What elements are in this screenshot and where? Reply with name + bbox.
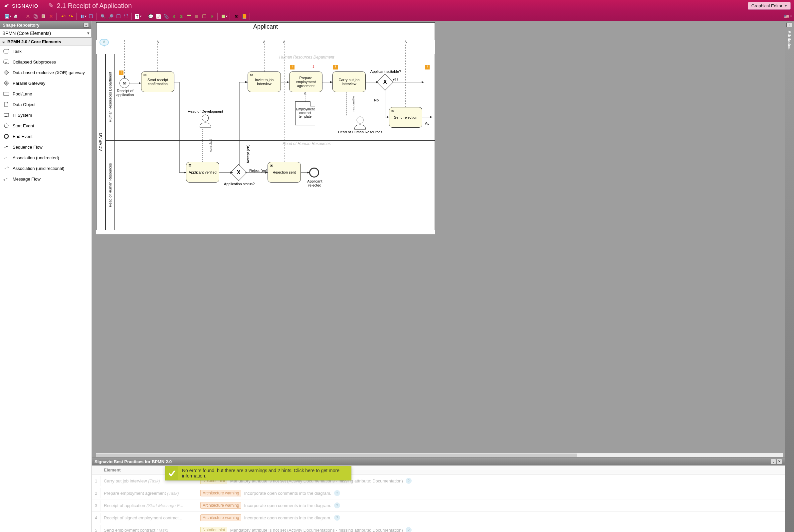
shape-data-object[interactable]: Data Object: [0, 99, 92, 110]
mail-button[interactable]: ✉: [233, 13, 240, 20]
document-title[interactable]: 2.1 Receipt of Application: [57, 2, 132, 10]
lane-head-hr[interactable]: Head of Human Resources: [106, 140, 115, 230]
help-icon[interactable]: ?: [334, 502, 340, 508]
font-icon: T: [135, 14, 139, 19]
close-panel-button[interactable]: ✕: [777, 459, 782, 464]
scrollbar-thumb[interactable]: [96, 454, 577, 457]
editor-mode-label: Graphical Editor: [752, 3, 782, 8]
list-button[interactable]: [193, 13, 200, 20]
attachment-button[interactable]: 📎: [163, 13, 169, 20]
start-event-receipt[interactable]: ✉: [119, 78, 129, 88]
help-icon[interactable]: ?: [334, 515, 340, 521]
delete-button[interactable]: ✕: [48, 13, 54, 20]
zoom-in-button[interactable]: 🔍: [100, 13, 107, 20]
task-label: Invite to job interview: [249, 78, 279, 86]
grid-button-1[interactable]: [186, 13, 192, 20]
expand-attributes-button[interactable]: «: [786, 23, 792, 27]
warning-badge[interactable]: !: [425, 65, 430, 70]
shape-pool-lane[interactable]: Pool/Lane: [0, 89, 92, 99]
language-dropdown[interactable]: 🇺🇸: [785, 13, 791, 20]
grid-button-2[interactable]: [201, 13, 208, 20]
shape-collapsed-subprocess[interactable]: Collapsed Subprocess: [0, 57, 92, 67]
print-button[interactable]: [12, 13, 19, 20]
collapse-sidebar-button[interactable]: «: [84, 23, 89, 27]
shape-label: Sequence Flow: [13, 145, 42, 150]
validation-panel-title: Signavio Best Practices for BPMN 2.0: [94, 459, 172, 464]
participant-pool-applicant[interactable]: Applicant: [96, 22, 435, 40]
task-prepare-agreement[interactable]: Prepare employment agreement: [289, 72, 322, 92]
save-dropdown-button[interactable]: [5, 13, 11, 20]
validation-status-banner[interactable]: No errors found, but there are 3 warning…: [165, 466, 351, 480]
cut-button[interactable]: [25, 13, 31, 20]
task-send-confirmation[interactable]: ✉Send receipt confirmation: [141, 72, 174, 92]
shape-association-unidirectional-[interactable]: Association (unidirectional): [0, 163, 92, 174]
format-button[interactable]: [88, 13, 94, 20]
canvas-scroll-area[interactable]: 8 Applicant ACME AG Human Resources Depa…: [92, 21, 785, 457]
copy-button[interactable]: [32, 13, 39, 20]
zoom-fit-button[interactable]: [115, 13, 122, 20]
shape-start-event[interactable]: Start Event: [0, 120, 92, 131]
end-event-rejected[interactable]: [309, 168, 319, 177]
row-msg-text: Incorporate open comments into the diagr…: [244, 491, 331, 496]
paste-button[interactable]: [40, 13, 47, 20]
warning-badge[interactable]: !: [333, 65, 338, 70]
dictionary-dropdown-button[interactable]: [221, 13, 228, 20]
undo-button[interactable]: ↶: [60, 13, 67, 20]
data-object-template[interactable]: Employment contract template: [295, 101, 315, 125]
validation-row[interactable]: 5Send employment contract (Task)Notation…: [92, 524, 785, 532]
pool-acme[interactable]: ACME AG: [96, 54, 106, 230]
pool-lane-icon: [3, 91, 9, 97]
lane-hr-dept[interactable]: Human Resources Department: [106, 54, 115, 140]
cost-button-2[interactable]: $: [178, 13, 185, 20]
cost-button-3[interactable]: $: [209, 13, 215, 20]
shape-category-header[interactable]: BPMN 2.0 / Core Elements: [0, 38, 92, 46]
bpmn-canvas[interactable]: 8 Applicant ACME AG Human Resources Depa…: [96, 22, 435, 235]
logo-icon: [3, 2, 10, 9]
shape-end-event[interactable]: End Event: [0, 131, 92, 141]
shape-message-flow[interactable]: Message Flow: [0, 174, 92, 184]
cost-button-1[interactable]: $: [170, 13, 177, 20]
actor-head-dev[interactable]: Head of Development: [188, 109, 223, 128]
comments-icon: 💬: [148, 14, 153, 19]
collapse-panel-button[interactable]: ⌄: [771, 459, 776, 464]
editor-mode-dropdown[interactable]: Graphical Editor: [748, 2, 791, 10]
comments-button[interactable]: 💬: [147, 13, 154, 20]
help-icon[interactable]: ?: [406, 478, 412, 484]
shape-it-system[interactable]: IT System: [0, 110, 92, 120]
shape-association-undirected-[interactable]: Association (undirected): [0, 152, 92, 163]
shape-data-based-exclusive-xor-gateway[interactable]: Data-based exclusive (XOR) gateway: [0, 67, 92, 78]
edit-title-icon[interactable]: ✎: [48, 2, 54, 10]
shape-label: Message Flow: [13, 176, 41, 182]
help-icon[interactable]: ?: [406, 527, 412, 532]
task-applicant-verified[interactable]: ☰Applicant verified: [186, 162, 219, 183]
shape-task[interactable]: Task: [0, 46, 92, 57]
simulation-button[interactable]: 📈: [155, 13, 162, 20]
zoom-out-button[interactable]: 🔎: [108, 13, 114, 20]
warning-badge[interactable]: !: [119, 71, 124, 75]
sequence-flow-icon: [3, 144, 9, 150]
validation-row[interactable]: 3Receipt of application (Start Message E…: [92, 499, 785, 512]
task-carry-out-interview[interactable]: Carry out job interview: [332, 72, 366, 92]
row-msg-text: Incorporate open comments into the diagr…: [244, 503, 331, 508]
validation-row[interactable]: 2Prepare employment agreement (Task)Arch…: [92, 487, 785, 499]
task-send-rejection[interactable]: ✉Send rejection: [389, 107, 422, 128]
shape-set-selector[interactable]: [0, 29, 92, 38]
warning-badge[interactable]: !: [290, 65, 295, 70]
validation-row[interactable]: 4Receipt of signed employment contract..…: [92, 512, 785, 524]
help-icon[interactable]: ?: [334, 490, 340, 496]
svg-rect-19: [4, 70, 8, 75]
font-dropdown-button[interactable]: T: [135, 13, 142, 20]
zoom-region-button[interactable]: [123, 13, 129, 20]
task-label: Rejection sent: [273, 170, 296, 174]
align-dropdown-button[interactable]: [80, 13, 87, 20]
shape-sequence-flow[interactable]: Sequence Flow: [0, 141, 92, 152]
task-rejection-sent[interactable]: ✉Rejection sent: [267, 162, 301, 183]
flow-label-yes: Yes: [392, 77, 398, 81]
actor-head-hr[interactable]: Head of Human Resources: [338, 115, 382, 134]
shape-parallel-gateway[interactable]: Parallel Gateway: [0, 78, 92, 89]
redo-button[interactable]: ↷: [68, 13, 74, 20]
horizontal-scrollbar[interactable]: [96, 453, 783, 457]
task-invite-interview[interactable]: ✉Invite to job interview: [247, 72, 281, 92]
book-button[interactable]: 📙: [241, 13, 247, 20]
comment-count[interactable]: 1: [313, 65, 314, 69]
